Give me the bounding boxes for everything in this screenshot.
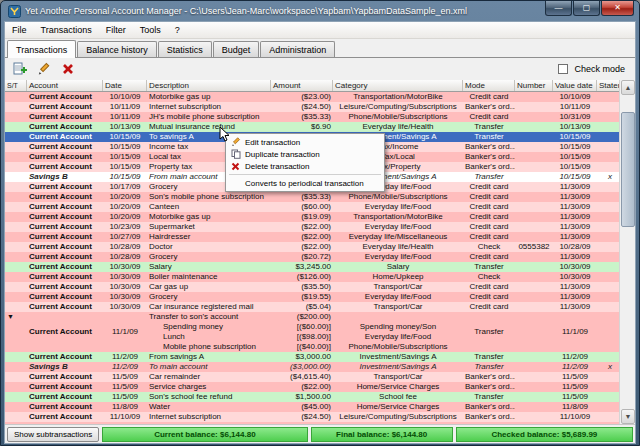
cell-st [5, 262, 27, 272]
table-row[interactable]: Current Account11/11/09JH's mobile phone… [5, 422, 623, 424]
cell-value: 10/30/09 [553, 272, 597, 282]
cell-number [515, 252, 553, 262]
cell-number [515, 152, 553, 162]
col-header-description[interactable]: Description [147, 80, 271, 91]
cell-amount: $6.90 [271, 122, 333, 132]
cell-amount: ($200.00)[($60.00)][($98.00)][($40.00)] [271, 312, 333, 352]
title-bar[interactable]: Yet Another Personal Account Manager - C… [4, 1, 636, 21]
tab-budget[interactable]: Budget [213, 41, 260, 57]
toolbar: Check mode [5, 58, 635, 80]
table-row[interactable]: Current Account11/2/09From savings A$3,0… [5, 352, 623, 362]
cell-value: 10/15/09 [553, 132, 597, 142]
context-menu-edit-transaction[interactable]: Edit transaction [226, 136, 384, 148]
cell-category: School fee [333, 392, 463, 402]
cell-amount: ($5.04) [271, 302, 333, 312]
context-menu-duplicate-transaction[interactable]: Duplicate transaction [226, 148, 384, 160]
col-header-account[interactable]: Account [27, 80, 103, 91]
show-subtransactions-button[interactable]: Show subtransactions [7, 427, 99, 442]
context-menu-convert-periodical[interactable]: Converts to periodical transaction [226, 177, 384, 189]
cell-number [515, 262, 553, 272]
table-row[interactable]: Current Account10/20/09Canteen($60.00)Ev… [5, 202, 623, 212]
table-row[interactable]: Savings B11/2/09To main account($3,000.0… [5, 362, 623, 372]
col-header-mode[interactable]: Mode [463, 80, 515, 91]
cell-category: Everyday life/Health [333, 242, 463, 252]
table-row[interactable]: Current Account10/20/09Motorbike gas up(… [5, 212, 623, 222]
cell-st [5, 172, 27, 182]
scroll-up-arrow[interactable]: ▲ [621, 80, 635, 95]
table-row[interactable]: Current Account10/30/09Car insurance reg… [5, 302, 623, 312]
col-header-st[interactable]: S/T [5, 80, 27, 91]
menu-filter[interactable]: Filter [99, 24, 133, 36]
cell-value: 10/13/09 [553, 122, 597, 132]
scroll-down-arrow[interactable]: ▼ [621, 409, 635, 424]
vertical-scrollbar[interactable]: ▲ ▼ [619, 80, 635, 424]
minimize-button[interactable]: — [545, 1, 572, 16]
table-row[interactable]: ▼Current Account11/1/09Transfer to son's… [5, 312, 623, 352]
cell-account: Current Account [27, 422, 103, 424]
cell-amount: ($20.72) [271, 252, 333, 262]
cell-date: 11/5/09 [103, 372, 147, 382]
table-row[interactable]: Current Account10/30/09Car gas up($35.50… [5, 282, 623, 292]
cell-mode: Check [463, 242, 515, 252]
menu-help[interactable]: ? [168, 24, 187, 36]
col-header-amount[interactable]: Amount [271, 80, 333, 91]
table-row[interactable]: Current Account11/5/09Son's school fee r… [5, 392, 623, 402]
col-header-value-date[interactable]: Value date [553, 80, 597, 91]
table-row[interactable]: Current Account11/8/09Water($45.00)Home/… [5, 402, 623, 412]
menu-file[interactable]: File [5, 24, 34, 36]
edit-transaction-button[interactable] [33, 60, 55, 79]
table-row[interactable]: Current Account10/20/09Son's mobile phon… [5, 192, 623, 202]
table-row[interactable]: Current Account10/30/09Salary$3,245.00Sa… [5, 262, 623, 272]
table-row[interactable]: Current Account10/11/09JH's mobile phone… [5, 112, 623, 122]
cell-st [5, 412, 27, 422]
table-row[interactable]: Current Account11/10/09Internet subscrip… [5, 412, 623, 422]
delete-transaction-button[interactable] [57, 60, 79, 79]
table-row[interactable]: Current Account10/23/09Supermarket($22.0… [5, 222, 623, 232]
maximize-button[interactable]: ▢ [573, 1, 600, 16]
table-row[interactable]: Current Account10/27/09Hairdresser($22.0… [5, 232, 623, 242]
new-transaction-button[interactable] [9, 60, 31, 79]
cell-number [515, 292, 553, 302]
table-row[interactable]: Current Account10/10/09Motorbike gas up(… [5, 92, 623, 102]
scrollbar-thumb[interactable] [621, 112, 635, 227]
table-row[interactable]: Current Account10/28/09Grocery($20.72)Ev… [5, 252, 623, 262]
context-menu-delete-transaction[interactable]: Delete transaction [226, 160, 384, 172]
cell-desc: Mutual insurance refund [147, 122, 271, 132]
cell-date: 11/11/09 [103, 422, 147, 424]
menu-transactions[interactable]: Transactions [34, 24, 99, 36]
table-row[interactable]: Current Account10/13/09Mutual insurance … [5, 122, 623, 132]
cell-mode: Credit card [463, 222, 515, 232]
tab-statistics[interactable]: Statistics [158, 41, 212, 57]
context-menu-item-label: Converts to periodical transaction [245, 179, 364, 188]
cell-account: Current Account [27, 292, 103, 302]
table-row[interactable]: Current Account10/30/09Grocery($19.55)Ev… [5, 292, 623, 302]
cell-st [5, 182, 27, 192]
check-mode-checkbox[interactable] [558, 64, 568, 74]
table-row[interactable]: Current Account10/11/09Internet subscrip… [5, 102, 623, 112]
table-row[interactable]: Current Account10/30/09Boiler maintenanc… [5, 272, 623, 282]
tab-balance-history[interactable]: Balance history [77, 41, 157, 57]
cell-amount: ($19.09) [271, 212, 333, 222]
table-row[interactable]: Current Account11/5/09Service charges($2… [5, 382, 623, 392]
cell-date: 10/23/09 [103, 222, 147, 232]
cell-st [5, 112, 27, 122]
col-header-category[interactable]: Category [333, 80, 463, 91]
close-button[interactable]: ✕ [601, 1, 634, 16]
blank-icon [230, 178, 241, 189]
duplicate-icon [230, 149, 241, 160]
col-header-number[interactable]: Number [515, 80, 553, 91]
cell-value: 11/30/09 [553, 302, 597, 312]
cell-amount: $1,500.00 [271, 392, 333, 402]
table-row[interactable]: Current Account11/5/09Car remainder($4,6… [5, 372, 623, 382]
col-header-date[interactable]: Date [103, 80, 147, 91]
cell-number [515, 142, 553, 152]
table-row[interactable]: Current Account10/28/09Doctor($22.00)Eve… [5, 242, 623, 252]
menu-tools[interactable]: Tools [133, 24, 168, 36]
tab-administration[interactable]: Administration [260, 41, 335, 57]
new-transaction-icon [13, 62, 27, 76]
cell-number [515, 102, 553, 112]
tab-transactions[interactable]: Transactions [7, 40, 76, 58]
cell-value: 11/30/09 [553, 422, 597, 424]
cell-amount: $3,000.00 [271, 352, 333, 362]
cell-amount: ($19.55) [271, 292, 333, 302]
